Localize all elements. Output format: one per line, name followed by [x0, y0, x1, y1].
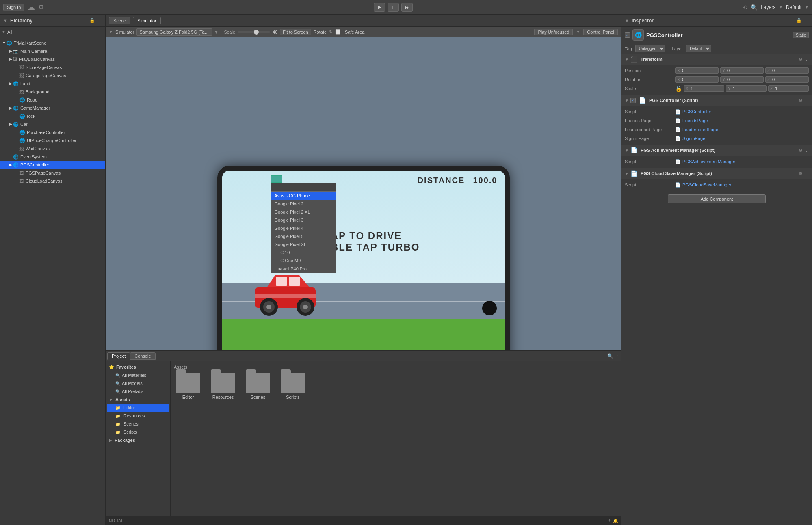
- pgs-script-ref[interactable]: 📄 PGSController: [675, 109, 711, 115]
- position-y-field[interactable]: Y 0: [720, 67, 764, 74]
- scale-lock-icon[interactable]: 🔒: [675, 85, 682, 92]
- device-name[interactable]: Samsung Galaxy Z Fold2 5G (Ta…: [136, 28, 212, 36]
- friends-page-ref[interactable]: 📄 FriendsPage: [675, 118, 708, 123]
- all-materials-item[interactable]: 🔍 All Materials: [107, 371, 169, 379]
- all-prefabs-item[interactable]: 🔍 All Prefabs: [107, 387, 169, 395]
- all-label[interactable]: All: [7, 30, 12, 35]
- dropdown-item-htc10[interactable]: HTC 10: [271, 248, 336, 257]
- hierarchy-dots-icon[interactable]: ⋮: [97, 18, 102, 23]
- editor-item[interactable]: 📁 Editor: [107, 404, 169, 412]
- hierarchy-expand-icon[interactable]: ▼: [3, 18, 8, 23]
- pgs-ach-settings-icon[interactable]: ⚙: [799, 148, 803, 153]
- pgs-achievement-header[interactable]: ▼ 📄 PGS Achievement Manager (Script) ⚙ ⋮: [621, 145, 812, 156]
- dropdown-item-pixelxl[interactable]: Google Pixel XL: [271, 240, 336, 248]
- sign-in-button[interactable]: Sign In: [3, 4, 24, 11]
- fit-to-screen-btn[interactable]: Fit to Screen: [280, 29, 311, 35]
- tree-item-eventsys[interactable]: ▶ 🌐 EventSystem: [0, 153, 105, 161]
- resources-item[interactable]: 📁 Resources: [107, 412, 169, 420]
- hierarchy-lock-icon[interactable]: 🔒: [89, 18, 95, 23]
- assets-root-item[interactable]: ▼ Assets: [107, 395, 169, 404]
- inspector-expand-icon[interactable]: ▼: [625, 18, 629, 23]
- scenes-asset[interactable]: Scenes: [244, 373, 272, 400]
- rotate-label[interactable]: Rotate: [314, 30, 327, 35]
- pgs-cloud-settings-icon[interactable]: ⚙: [799, 171, 803, 176]
- tree-item-pgspage[interactable]: ▶ 🖼 PGSPageCanvas: [0, 169, 105, 177]
- tree-item-background[interactable]: ▶ 🖼 Background: [0, 88, 105, 96]
- favorites-item[interactable]: ⭐ Favorites: [107, 363, 169, 371]
- pgs-ach-dots-icon[interactable]: ⋮: [804, 148, 809, 153]
- tree-item-purchase[interactable]: ▶ 🌐 PurchaseController: [0, 128, 105, 136]
- scale-x-field[interactable]: X 1: [684, 85, 724, 92]
- layer-dropdown[interactable]: Default: [686, 45, 711, 52]
- search-bottom-icon[interactable]: 🔍: [607, 353, 613, 359]
- dropdown-item-pixel5[interactable]: Google Pixel 5: [271, 232, 336, 240]
- pgs-cloud-script-ref[interactable]: 📄 PGSCloudSaveManager: [675, 182, 731, 188]
- editor-asset[interactable]: Editor: [174, 373, 202, 400]
- default-dropdown-icon[interactable]: ▼: [805, 5, 809, 9]
- scene-tab[interactable]: Scene: [109, 17, 130, 24]
- tree-item-playboard[interactable]: ▶ 🖼 PlayBoardCanvas: [0, 55, 105, 63]
- tree-item-cloud[interactable]: ▶ 🖼 CloudLoadCanvas: [0, 177, 105, 185]
- active-checkbox[interactable]: ✓: [625, 32, 630, 38]
- pgs-ctrl-settings-icon[interactable]: ⚙: [799, 98, 803, 103]
- scale-y-field[interactable]: Y 1: [726, 85, 767, 92]
- simulator-tab[interactable]: Simulator: [133, 17, 160, 24]
- pause-button[interactable]: ⏸: [388, 3, 399, 12]
- tree-item-land[interactable]: ▶ 🌐 Land: [0, 80, 105, 88]
- dropdown-item-htconem9[interactable]: HTC One M9: [271, 257, 336, 265]
- history-icon[interactable]: ⟲: [743, 4, 747, 11]
- resources-asset[interactable]: Resources: [209, 373, 237, 400]
- dropdown-item-asus[interactable]: Asus ROG Phone: [271, 192, 336, 200]
- layers-dropdown-icon[interactable]: ▼: [779, 5, 783, 9]
- dropdown-item-pixel2xl[interactable]: Google Pixel 2 XL: [271, 208, 336, 216]
- tag-dropdown[interactable]: Untagged: [635, 45, 665, 52]
- add-component-button[interactable]: Add Component: [668, 194, 766, 203]
- transform-header[interactable]: ▼ ⬛ Transform ⚙ ⋮: [621, 54, 812, 65]
- search-top-icon[interactable]: 🔍: [751, 4, 758, 11]
- pgs-cloud-header[interactable]: ▼ 📄 PGS Cloud Save Manager (Script) ⚙ ⋮: [621, 168, 812, 179]
- signin-ref[interactable]: 📄 SigninPage: [675, 136, 705, 141]
- scripts-asset[interactable]: Scripts: [279, 373, 307, 400]
- rotation-x-field[interactable]: X 0: [675, 76, 719, 83]
- dropdown-item-pixel4[interactable]: Google Pixel 4: [271, 224, 336, 232]
- tree-item-scene[interactable]: ▼ 🌐 TrivialKartScene: [0, 39, 105, 47]
- packages-item[interactable]: ▶ Packages: [107, 436, 169, 444]
- tree-item-car[interactable]: ▶ 🌐 Car: [0, 120, 105, 128]
- bottom-dots-icon[interactable]: ⋮: [615, 353, 619, 359]
- device-dropdown-icon[interactable]: ▼: [214, 30, 219, 35]
- transform-dots-icon[interactable]: ⋮: [804, 57, 809, 62]
- scale-slider-thumb[interactable]: [254, 30, 259, 35]
- tree-item-rock[interactable]: ▶ 🌐 rock: [0, 112, 105, 120]
- position-x-field[interactable]: X 0: [675, 67, 719, 74]
- console-tab[interactable]: Console: [130, 352, 155, 360]
- dropdown-item-pixel2[interactable]: Google Pixel 2: [271, 200, 336, 208]
- all-models-item[interactable]: 🔍 All Models: [107, 379, 169, 387]
- rotate-icon[interactable]: ↻: [329, 29, 333, 35]
- pgs-ctrl-active-checkbox[interactable]: ✓: [630, 98, 636, 103]
- step-button[interactable]: ⏭: [401, 3, 413, 12]
- scenes-item[interactable]: 📁 Scenes: [107, 420, 169, 428]
- safe-area-icon[interactable]: ⬜: [335, 29, 341, 35]
- rotation-y-field[interactable]: Y 0: [720, 76, 764, 83]
- dropdown-item-pixel3[interactable]: Google Pixel 3: [271, 216, 336, 224]
- play-unfocused-btn[interactable]: Play Unfocused: [534, 29, 573, 35]
- rotation-z-field[interactable]: Z 0: [765, 76, 809, 83]
- pgs-ctrl-dots-icon[interactable]: ⋮: [804, 98, 809, 103]
- dropdown-item-huawei[interactable]: Huawei P40 Pro: [271, 265, 336, 273]
- inspector-dots-icon[interactable]: ⋮: [804, 18, 809, 23]
- simulator-dropdown-icon[interactable]: ▼: [109, 30, 113, 34]
- project-tab[interactable]: Project: [107, 352, 130, 360]
- inspector-lock-icon[interactable]: 🔒: [796, 18, 802, 23]
- tree-item-main-camera[interactable]: ▶ 📷 Main Camera: [0, 47, 105, 55]
- tree-item-pgsctrl[interactable]: ▶ 🌐 PGSController: [0, 161, 105, 169]
- leaderboard-ref[interactable]: 📄 LeaderboardPage: [675, 127, 718, 132]
- pgs-controller-header[interactable]: ▼ ✓ 📄 PGS Controller (Script) ⚙ ⋮: [621, 95, 812, 106]
- tree-item-gamemanager[interactable]: ▶ 🌐 GameManager: [0, 104, 105, 112]
- object-icon-picker[interactable]: 🌐: [632, 29, 644, 41]
- tree-item-garage[interactable]: ▶ 🖼 GaragePageCanvas: [0, 71, 105, 80]
- control-panel-btn[interactable]: Control Panel: [583, 29, 618, 35]
- scripts-item[interactable]: 📁 Scripts: [107, 428, 169, 436]
- tree-item-uiprice[interactable]: ▶ 🌐 UIPriceChangeController: [0, 136, 105, 145]
- tree-item-road[interactable]: ▶ 🌐 Road: [0, 96, 105, 104]
- transform-settings-icon[interactable]: ⚙: [799, 57, 803, 62]
